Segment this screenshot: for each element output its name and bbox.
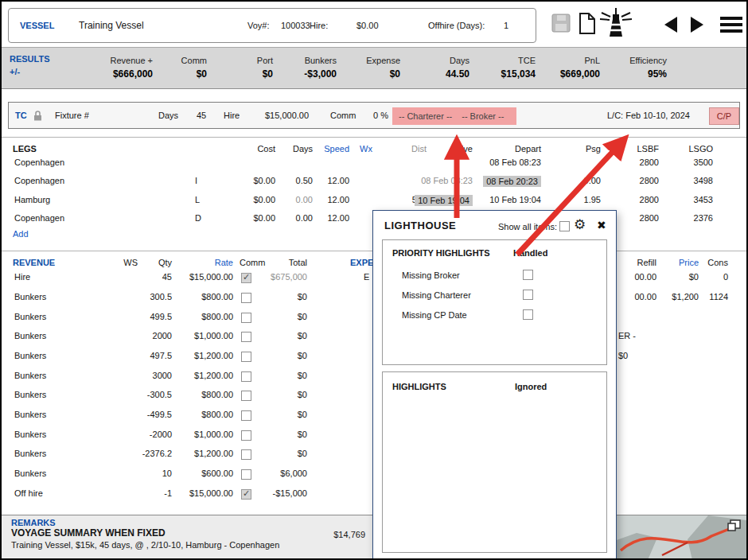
revenue-item-label[interactable]: Hire bbox=[14, 272, 30, 282]
comm-checkbox[interactable] bbox=[241, 273, 251, 283]
vessel-name[interactable]: Training Vessel bbox=[79, 20, 144, 31]
comm-checkbox[interactable] bbox=[241, 293, 251, 303]
charterer-placeholder[interactable]: -- Charterer -- bbox=[399, 111, 452, 121]
leg-days[interactable]: 0.50 bbox=[296, 176, 313, 185]
comm-checkbox[interactable] bbox=[241, 469, 251, 480]
leg-port[interactable]: Copenhagen bbox=[14, 213, 64, 223]
revenue-rate[interactable]: $800.00 bbox=[201, 312, 233, 321]
revenue-qty[interactable]: -2376.2 bbox=[142, 449, 172, 458]
menu-icon[interactable] bbox=[720, 17, 742, 33]
leg-speed[interactable]: 12.00 bbox=[327, 176, 349, 185]
tc-fixture-bar: TC Fixture # Days 45 Hire $15,000.00 Com… bbox=[8, 102, 740, 129]
leg-lsgo: 3500 bbox=[694, 158, 713, 167]
revenue-rate[interactable]: $15,000.00 bbox=[189, 272, 233, 282]
expand-panel-icon[interactable] bbox=[727, 519, 741, 533]
revenue-item-label[interactable]: Bunkers bbox=[14, 371, 46, 380]
hire-value[interactable]: $0.00 bbox=[356, 21, 379, 30]
bunker-header-price[interactable]: Price bbox=[679, 258, 699, 267]
revenue-qty[interactable]: 499.5 bbox=[150, 312, 172, 321]
charterer-broker-field[interactable]: -- Charterer -- -- Broker -- bbox=[392, 107, 516, 125]
leg-port[interactable]: Copenhagen bbox=[14, 176, 64, 185]
tc-hire-value[interactable]: $15,000.00 bbox=[265, 111, 309, 120]
comm-checkbox[interactable] bbox=[241, 410, 251, 421]
revenue-item-label[interactable]: Bunkers bbox=[14, 390, 46, 399]
comm-checkbox[interactable] bbox=[241, 391, 251, 401]
revenue-qty[interactable]: -499.5 bbox=[147, 410, 172, 419]
add-leg-link[interactable]: Add bbox=[13, 229, 29, 239]
voyage-number-value[interactable]: 100033 bbox=[281, 21, 310, 30]
revenue-rate[interactable]: $1,000.00 bbox=[194, 430, 233, 439]
comm-checkbox[interactable] bbox=[241, 332, 251, 342]
leg-port[interactable]: Copenhagen bbox=[14, 158, 64, 167]
offhire-value[interactable]: 1 bbox=[504, 21, 508, 30]
revenue-item-label[interactable]: Bunkers bbox=[14, 410, 46, 419]
bunker-price[interactable]: $1,200 bbox=[672, 292, 699, 301]
lock-icon[interactable] bbox=[33, 110, 43, 123]
revenue-rate[interactable]: $800.00 bbox=[201, 390, 233, 399]
legs-header-wx[interactable]: Wx bbox=[360, 144, 372, 154]
revenue-item-label[interactable]: Bunkers bbox=[14, 449, 46, 458]
revenue-qty[interactable]: 3000 bbox=[153, 371, 172, 380]
revenue-qty[interactable]: 300.5 bbox=[150, 292, 172, 301]
leg-cost[interactable]: $0.00 bbox=[253, 195, 275, 204]
handled-checkbox[interactable] bbox=[523, 290, 533, 300]
comm-checkbox[interactable] bbox=[241, 489, 251, 500]
leg-speed[interactable]: 12.00 bbox=[327, 195, 349, 204]
revenue-qty[interactable]: -1 bbox=[164, 488, 172, 498]
revenue-qty[interactable]: 497.5 bbox=[150, 351, 172, 360]
leg-days[interactable]: 0.00 bbox=[296, 213, 313, 223]
lighthouse-icon[interactable] bbox=[598, 6, 633, 41]
revenue-rate[interactable]: $15,000.00 bbox=[189, 488, 233, 498]
revenue-item-label[interactable]: Bunkers bbox=[14, 430, 46, 439]
highlights-title: HIGHLIGHTS bbox=[392, 382, 446, 391]
cp-button[interactable]: C/P bbox=[709, 107, 739, 125]
revenue-rate[interactable]: $1,000.00 bbox=[194, 331, 233, 340]
navigate-forward-icon[interactable] bbox=[691, 17, 703, 33]
voyage-summary-text[interactable]: Training Vessel, $15k, 45 days, @ , 2/10… bbox=[11, 540, 279, 550]
revenue-rate[interactable]: $800.00 bbox=[201, 292, 233, 301]
revenue-item-label[interactable]: Off hire bbox=[14, 488, 43, 498]
tc-comm-value[interactable]: 0 % bbox=[373, 111, 388, 120]
leg-cost[interactable]: $0.00 bbox=[253, 176, 275, 185]
gear-icon[interactable]: ⚙ bbox=[574, 216, 586, 233]
results-plusminus[interactable]: +/- bbox=[10, 67, 20, 76]
handled-checkbox[interactable] bbox=[523, 270, 533, 280]
revenue-rate[interactable]: $1,200.00 bbox=[194, 371, 233, 380]
comm-checkbox[interactable] bbox=[241, 352, 251, 362]
comm-checkbox[interactable] bbox=[241, 430, 251, 441]
revenue-rate[interactable]: $800.00 bbox=[201, 410, 233, 419]
revenue-qty[interactable]: -300.5 bbox=[147, 390, 172, 399]
leg-port[interactable]: Hamburg bbox=[14, 195, 50, 204]
tc-days-value[interactable]: 45 bbox=[197, 111, 206, 120]
revenue-item-label[interactable]: Bunkers bbox=[14, 312, 46, 321]
revenue-qty[interactable]: 2000 bbox=[153, 331, 172, 340]
copy-document-icon[interactable] bbox=[578, 12, 597, 37]
close-icon[interactable]: ✖ bbox=[597, 219, 606, 231]
comm-checkbox[interactable] bbox=[241, 449, 251, 460]
handled-checkbox[interactable] bbox=[523, 309, 533, 320]
bunker-price[interactable]: $0 bbox=[689, 272, 699, 282]
comm-checkbox[interactable] bbox=[241, 371, 251, 382]
revenue-item-label[interactable]: Bunkers bbox=[14, 292, 46, 301]
revenue-rate[interactable]: $1,200.00 bbox=[194, 449, 233, 458]
navigate-back-icon[interactable] bbox=[664, 17, 677, 33]
broker-placeholder[interactable]: -- Broker -- bbox=[462, 111, 504, 121]
revenue-qty[interactable]: 10 bbox=[162, 469, 172, 478]
leg-speed[interactable]: 12.00 bbox=[327, 213, 349, 223]
fixture-number-field[interactable]: Fixture # bbox=[55, 111, 89, 120]
show-all-items-checkbox[interactable] bbox=[559, 221, 570, 231]
leg-days[interactable]: 0.00 bbox=[296, 195, 313, 204]
legs-header-speed[interactable]: Speed bbox=[324, 144, 349, 154]
save-icon[interactable] bbox=[551, 13, 571, 35]
revenue-item-label[interactable]: Bunkers bbox=[14, 469, 46, 478]
revenue-header-rate[interactable]: Rate bbox=[215, 258, 233, 267]
leg-cost[interactable]: $0.00 bbox=[253, 213, 275, 223]
revenue-rate[interactable]: $600.00 bbox=[201, 469, 233, 478]
revenue-qty[interactable]: 45 bbox=[162, 272, 172, 282]
revenue-item-label[interactable]: Bunkers bbox=[14, 331, 46, 340]
laycan-field[interactable]: L/C: Feb 10-10, 2024 bbox=[607, 111, 690, 120]
revenue-item-label[interactable]: Bunkers bbox=[14, 351, 46, 360]
comm-checkbox[interactable] bbox=[241, 313, 251, 323]
revenue-rate[interactable]: $1,200.00 bbox=[194, 351, 233, 360]
revenue-qty[interactable]: -2000 bbox=[150, 430, 172, 439]
